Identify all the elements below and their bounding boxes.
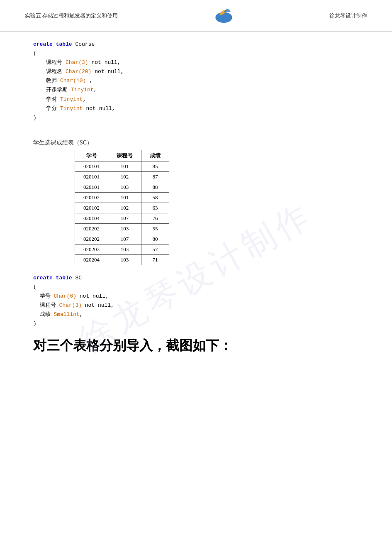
code-line-2: ( (33, 49, 359, 58)
sc-table-wrapper: 学号 课程号 成绩 020101 101 85 020101 102 87 (75, 150, 359, 265)
page-container: 徐龙琴设计制作 实验五 存储过程和触发器的定义和使用 徐龙琴设计制作 creat… (0, 0, 392, 555)
cell-xuehao: 020204 (75, 254, 108, 265)
code-line-1: create table Course (33, 40, 359, 49)
cell-kechengno: 103 (108, 244, 141, 254)
cell-chengji: 58 (141, 192, 169, 203)
cell-chengji: 80 (141, 234, 169, 244)
cell-chengji: 76 (141, 213, 169, 223)
header: 实验五 存储过程和触发器的定义和使用 徐龙琴设计制作 (0, 0, 392, 32)
cell-kechengno: 103 (108, 223, 141, 234)
code-block-course: create table Course ( 课程号 Char(3) not nu… (33, 40, 359, 122)
large-heading: 对三个表格分别导入，截图如下： (33, 337, 359, 355)
cell-kechengno: 107 (108, 234, 141, 244)
sc-code-line-6: ) (33, 319, 359, 328)
cell-kechengno: 107 (108, 213, 141, 223)
cell-xuehao: 020101 (75, 182, 108, 192)
code-line-3: 课程号 Char(3) not null, (33, 58, 359, 67)
sc-col-xuehao: 学号 (75, 150, 108, 161)
cell-chengji: 63 (141, 203, 169, 213)
table-row: 020102 102 63 (75, 203, 169, 213)
sc-col-chengji: 成绩 (141, 150, 169, 161)
cell-chengji: 55 (141, 223, 169, 234)
cell-xuehao: 020104 (75, 213, 108, 223)
logo-icon (212, 4, 235, 27)
cell-kechengno: 103 (108, 182, 141, 192)
sc-table-body: 020101 101 85 020101 102 87 020101 103 8… (75, 161, 169, 265)
table-row: 020203 103 57 (75, 244, 169, 254)
table-row: 020104 107 76 (75, 213, 169, 223)
table-row: 020204 103 71 (75, 254, 169, 265)
cell-xuehao: 020101 (75, 171, 108, 182)
sc-table-header: 学号 课程号 成绩 (75, 150, 169, 161)
code-line-9: ) (33, 113, 359, 122)
code-line-6: 开课学期 Tinyint, (33, 86, 359, 95)
cell-xuehao: 020202 (75, 223, 108, 234)
code-line-7: 学时 Tinyint, (33, 95, 359, 104)
cell-chengji: 87 (141, 171, 169, 182)
code-line-4: 课程名 Char(20) not null, (33, 67, 359, 76)
cell-xuehao: 020101 (75, 161, 108, 171)
sc-code-line-3: 学号 Char(6) not null, (33, 292, 359, 301)
sc-code-line-1: create table SC (33, 274, 359, 283)
sc-header-row: 学号 课程号 成绩 (75, 150, 169, 161)
cell-kechengno: 102 (108, 171, 141, 182)
sc-code-line-4: 课程号 Char(3) not null, (33, 301, 359, 310)
table-row: 020101 102 87 (75, 171, 169, 182)
table-row: 020102 101 58 (75, 192, 169, 203)
cell-xuehao: 020202 (75, 234, 108, 244)
cell-chengji: 85 (141, 161, 169, 171)
code-block-sc: create table SC ( 学号 Char(6) not null, 课… (33, 274, 359, 329)
table-row: 020202 103 55 (75, 223, 169, 234)
code-line-8: 学分 Tinyint not null, (33, 104, 359, 113)
cell-kechengno: 103 (108, 254, 141, 265)
sc-data-table: 学号 课程号 成绩 020101 101 85 020101 102 87 (75, 150, 169, 265)
cell-xuehao: 020203 (75, 244, 108, 254)
table-row: 020101 103 88 (75, 182, 169, 192)
main-content: create table Course ( 课程号 Char(3) not nu… (0, 36, 392, 380)
sc-code-line-5: 成绩 Smallint, (33, 310, 359, 319)
table-row: 020101 101 85 (75, 161, 169, 171)
cell-kechengno: 102 (108, 203, 141, 213)
sc-table-label: 学生选课成绩表（SC） (33, 139, 359, 147)
header-title-right: 徐龙琴设计制作 (329, 12, 367, 20)
sc-code-line-2: ( (33, 283, 359, 292)
cell-chengji: 71 (141, 254, 169, 265)
sc-col-kechengno: 课程号 (108, 150, 141, 161)
cell-xuehao: 020102 (75, 203, 108, 213)
cell-chengji: 57 (141, 244, 169, 254)
code-line-5: 教师 Char(10) , (33, 76, 359, 86)
cell-kechengno: 101 (108, 192, 141, 203)
cell-xuehao: 020102 (75, 192, 108, 203)
table-row: 020202 107 80 (75, 234, 169, 244)
cell-chengji: 88 (141, 182, 169, 192)
cell-kechengno: 101 (108, 161, 141, 171)
header-title-left: 实验五 存储过程和触发器的定义和使用 (25, 12, 118, 20)
